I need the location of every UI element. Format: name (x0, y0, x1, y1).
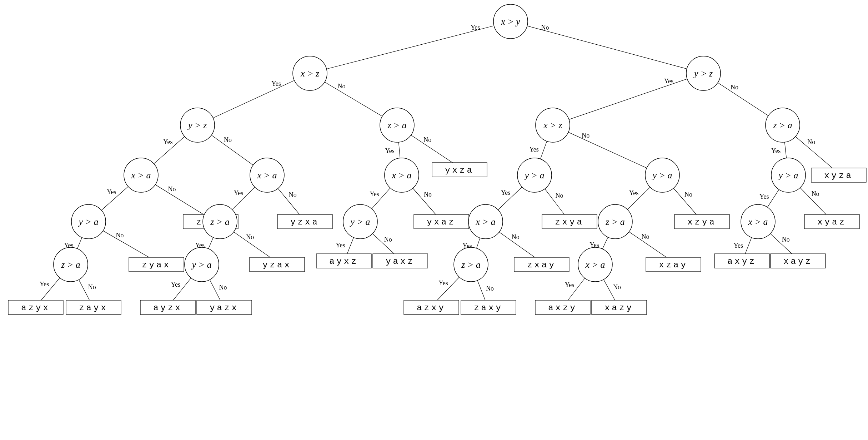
edge-label-yes: Yes (385, 147, 395, 154)
leaf-node-label: axyz (727, 257, 757, 266)
edge-label-no: No (642, 233, 649, 240)
decision-tree: YesNoYesNoYesNoYesNoYesNoYesNoYesNoYesNo… (0, 0, 868, 440)
edge (213, 80, 295, 118)
edge (77, 237, 82, 248)
leaf-node-label: zayx (79, 303, 108, 313)
edge-label-no: No (168, 186, 176, 193)
decision-node-label: x > a (257, 170, 277, 181)
edge-label-no: No (613, 283, 621, 291)
decision-node-label: y > z (187, 120, 207, 130)
leaf-node-label: ayxz (329, 257, 358, 266)
leaf-node-label: axzy (548, 303, 577, 313)
decision-node-label: x > a (748, 217, 768, 227)
nodes: x > yx > zy > zx > ay > az > aazyxzayxzy… (8, 4, 866, 315)
edge-label-no: No (541, 24, 549, 31)
edge-label-no: No (423, 136, 431, 143)
edge-label-no: No (246, 233, 254, 241)
leaf-node-label: xayz (783, 257, 813, 266)
edge-label-yes: Yes (771, 147, 781, 154)
edge-label-no: No (812, 190, 819, 197)
decision-node-label: y > a (77, 217, 98, 227)
edge (718, 83, 768, 116)
decision-node-label: x > z (543, 120, 562, 130)
decision-node-label: x > y (501, 16, 520, 27)
leaf-node-label: xzay (659, 260, 688, 270)
leaf-node-label: zxay (527, 260, 556, 270)
edge (569, 79, 687, 120)
edge (568, 132, 647, 168)
edge-label-no: No (424, 191, 432, 198)
edge-label-yes: Yes (171, 281, 180, 288)
decision-node-label: z > a (61, 259, 80, 270)
leaf-node-label: yazx (210, 303, 239, 313)
leaf-node-label: zxya (555, 217, 584, 227)
edge (155, 185, 204, 214)
edge (398, 142, 400, 158)
leaf-node-label: zyax (142, 260, 171, 270)
decision-node-label: x > z (300, 68, 319, 79)
decision-node-label: x > a (475, 217, 495, 227)
edge-label-yes: Yes (759, 193, 769, 200)
leaf-node-label: yzxa (290, 217, 320, 227)
edge (411, 135, 452, 163)
decision-node-label: z > a (387, 120, 407, 130)
edge-label-yes: Yes (40, 281, 49, 288)
edge-label-yes: Yes (629, 189, 638, 197)
edge-label-no: No (219, 284, 227, 291)
edge-label-no: No (684, 191, 692, 198)
edge-label-no: No (338, 83, 346, 90)
decision-node-label: y > a (651, 170, 672, 181)
edge-label-yes: Yes (163, 138, 172, 145)
leaf-node-label: xazy (604, 303, 634, 313)
decision-node-label: x > a (585, 259, 605, 270)
edge-label-no: No (512, 233, 520, 241)
edge-label-yes: Yes (529, 146, 538, 153)
edge (211, 135, 253, 165)
leaf-node-label: ayzx (153, 303, 182, 313)
edge (209, 237, 213, 249)
leaf-node-label: yxaz (427, 217, 456, 227)
edge (347, 237, 353, 254)
decision-node-label: z > a (605, 217, 625, 227)
edge-label-no: No (224, 136, 232, 143)
edge (103, 231, 149, 257)
edge (477, 238, 480, 248)
decision-node-label: y > a (523, 170, 544, 181)
decision-node-label: x > a (131, 170, 151, 181)
edge-label-yes: Yes (107, 188, 116, 196)
edge (745, 237, 752, 254)
edge-label-no: No (731, 84, 738, 91)
edge-label-yes: Yes (471, 24, 480, 31)
edge-label-yes: Yes (501, 189, 510, 196)
edge (527, 26, 687, 69)
leaf-node-label: azyx (21, 303, 50, 313)
edge-label-no: No (556, 192, 563, 199)
edge-label-yes: Yes (565, 281, 574, 288)
edge (477, 280, 485, 300)
decision-node-label: z > a (210, 217, 230, 227)
leaf-node-label: zaxy (474, 303, 503, 313)
decision-node-label: y > a (349, 217, 370, 227)
edge-label-yes: Yes (439, 280, 448, 287)
leaf-node-label: yaxz (386, 257, 415, 266)
decision-node-label: y > z (693, 68, 713, 79)
leaf-node-label: xyaz (817, 217, 847, 227)
leaf-node-label: xzya (687, 217, 717, 227)
decision-node-label: y > a (191, 259, 211, 270)
edge (602, 237, 608, 249)
leaf-node-label: yzax (262, 260, 292, 270)
leaf-node-label: xyza (824, 171, 853, 181)
edge (325, 82, 382, 117)
edge-label-no: No (289, 191, 297, 198)
edge-label-no: No (807, 138, 815, 145)
edge-label-no: No (116, 232, 124, 239)
edge-label-yes: Yes (664, 78, 673, 85)
edge-label-no: No (88, 283, 96, 291)
decision-node-label: x > a (391, 170, 411, 181)
leaf-node-label: yxza (445, 165, 474, 175)
edge-label-yes: Yes (336, 242, 345, 249)
leaf-node-label: azxy (417, 303, 446, 313)
edge-label-yes: Yes (734, 242, 743, 249)
edge-label-yes: Yes (234, 189, 243, 197)
edge (326, 26, 494, 69)
